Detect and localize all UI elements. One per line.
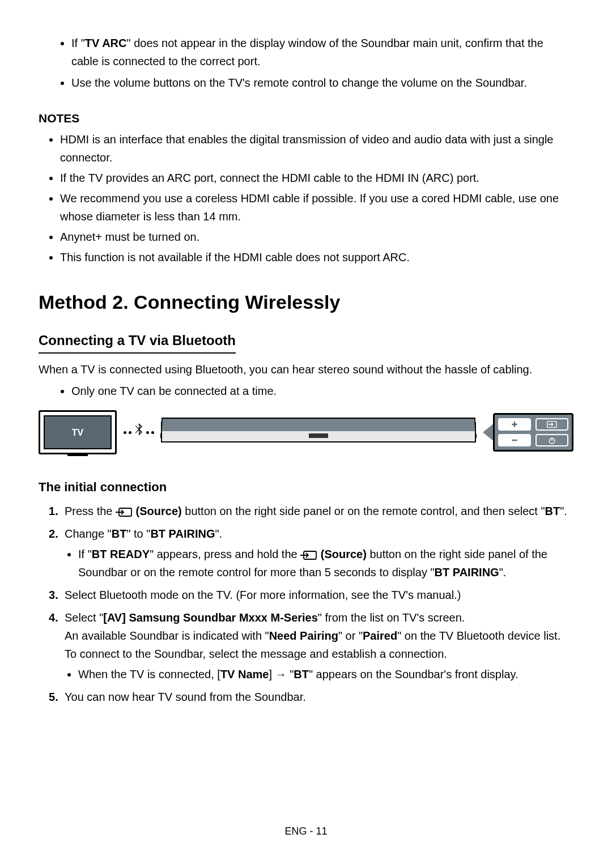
volume-up-button — [498, 418, 531, 431]
step-item: Change "BT" to "BT PAIRING". If "BT READ… — [49, 525, 573, 581]
text: ". — [499, 566, 507, 578]
volume-down-button — [498, 434, 531, 446]
tv-label: TV — [72, 426, 83, 440]
bluetooth-signal — [124, 423, 154, 442]
source-button — [536, 418, 568, 431]
input-icon — [547, 420, 557, 428]
side-panel-illustration — [493, 413, 573, 452]
step-item: Select "[AV] Samsung Soundbar Mxxx M-Ser… — [49, 609, 573, 683]
steps-list: Press the (Source) button on the right s… — [49, 502, 573, 706]
sub-bullet: When the TV is connected, [TV Name] → "B… — [78, 665, 573, 683]
intro-bullet-list: Only one TV can be connected at a time. — [71, 382, 573, 400]
note-item: If the TV provides an ARC port, connect … — [60, 169, 573, 187]
notes-heading: NOTES — [39, 109, 573, 128]
soundbar-illustration — [161, 415, 476, 449]
bold-text: BT PAIRING — [150, 527, 215, 540]
page-footer: ENG - 11 — [0, 823, 612, 840]
bold-text: (Source) — [133, 505, 182, 517]
sub-bullet: If "BT READY" appears, press and hold th… — [78, 545, 573, 581]
note-item: This function is not available if the HD… — [60, 248, 573, 266]
text: If " — [78, 548, 92, 560]
note-item: We recommend you use a coreless HDMI cab… — [60, 189, 573, 225]
bluetooth-diagram: TV — [39, 410, 573, 454]
text: " does not appear in the display window … — [71, 37, 543, 67]
minus-icon — [509, 436, 520, 444]
intro-paragraph: When a TV is connected using Bluetooth, … — [39, 360, 573, 378]
text: When the TV is connected, [ — [78, 668, 220, 680]
top-bullet-list: If "TV ARC" does not appear in the displ… — [71, 34, 573, 92]
power-button — [536, 434, 568, 446]
source-icon — [116, 505, 133, 516]
text: ] → " — [269, 668, 294, 680]
text: " appears on the Soundbar's front displa… — [309, 668, 518, 680]
bluetooth-icon — [134, 423, 144, 442]
bluetooth-subheading: Connecting a TV via Bluetooth — [39, 330, 236, 354]
initial-connection-heading: The initial connection — [39, 477, 573, 497]
text: An available Soundbar is indicated with … — [65, 629, 269, 642]
bold-text: TV Name — [220, 668, 269, 680]
bold-text: BT PAIRING — [435, 566, 499, 578]
bold-text: TV ARC — [85, 37, 127, 49]
step-item: Press the (Source) button on the right s… — [49, 502, 573, 520]
notes-list: HDMI is an interface that enables the di… — [60, 130, 573, 266]
power-icon — [547, 436, 557, 444]
text: " or " — [338, 629, 363, 642]
text: button on the right side panel or on the… — [182, 505, 545, 517]
bold-text: [AV] Samsung Soundbar Mxxx M-Series — [103, 611, 318, 624]
plus-icon — [509, 420, 520, 428]
step-item: You can now hear TV sound from the Sound… — [49, 688, 573, 706]
bold-text: Need Pairing — [269, 629, 338, 642]
bold-text: Paired — [363, 629, 397, 642]
text: If " — [71, 37, 85, 49]
bold-text: BT READY — [92, 548, 150, 560]
bold-text: BT — [294, 668, 309, 680]
note-item: HDMI is an interface that enables the di… — [60, 130, 573, 167]
svg-rect-1 — [512, 440, 517, 441]
bold-text: BT — [545, 505, 560, 517]
step-item: Select Bluetooth mode on the TV. (For mo… — [49, 586, 573, 604]
bold-text: BT — [112, 527, 127, 540]
text: " to " — [126, 527, 150, 540]
tv-illustration: TV — [39, 410, 117, 454]
text: ". — [560, 505, 567, 517]
method-heading: Method 2. Connecting Wirelessly — [39, 287, 573, 317]
text: Change " — [65, 527, 112, 540]
text: Select " — [65, 611, 103, 624]
bold-text: (Source) — [317, 548, 367, 560]
top-bullet-item: If "TV ARC" does not appear in the displ… — [71, 34, 573, 70]
text: ". — [215, 527, 222, 540]
top-bullet-item: Use the volume buttons on the TV's remot… — [71, 74, 573, 92]
note-item: Anynet+ must be turned on. — [60, 228, 573, 246]
text: " from the list on TV's screen. — [318, 611, 465, 624]
text: Press the — [65, 505, 116, 517]
text: " appears, press and hold the — [150, 548, 300, 560]
source-icon — [300, 548, 317, 559]
intro-bullet-item: Only one TV can be connected at a time. — [71, 382, 573, 400]
